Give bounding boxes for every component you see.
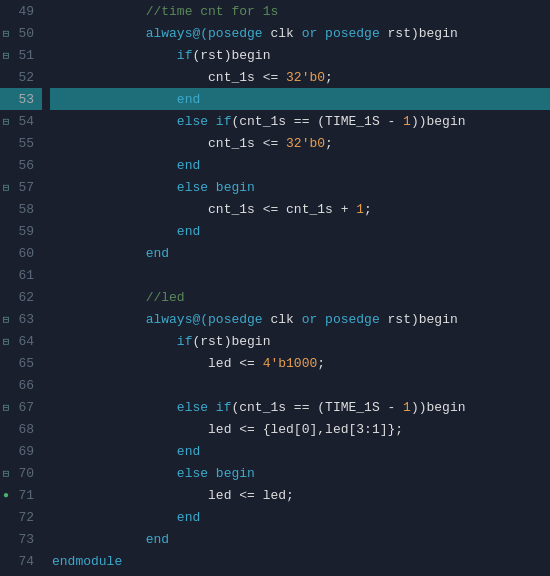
code-token: - [380, 400, 403, 415]
code-token: posedge [325, 26, 380, 41]
code-line: end [50, 506, 550, 528]
code-line: cnt_1s <= 32'b0; [50, 66, 550, 88]
code-token: ; [286, 488, 294, 503]
line-number: 64 [12, 334, 40, 349]
code-line: cnt_1s <= cnt_1s + 1; [50, 198, 550, 220]
code-token: ))begin [411, 114, 466, 129]
code-token: TIME_1S [325, 400, 380, 415]
fold-indicator [0, 242, 12, 264]
code-token: cnt_1s [208, 70, 255, 85]
fold-indicator [0, 550, 12, 572]
line-number: 61 [12, 268, 40, 283]
code-token: ; [317, 356, 325, 371]
code-token: if [177, 48, 193, 63]
code-line: always@(posedge clk or posedge rst)begin [50, 308, 550, 330]
fold-indicator[interactable]: ⊟ [0, 22, 12, 44]
fold-indicator[interactable]: ⊟ [0, 396, 12, 418]
code-token: else if [177, 114, 232, 129]
code-line: end [50, 528, 550, 550]
code-line: end [50, 88, 550, 110]
fold-indicator[interactable]: ⊟ [0, 308, 12, 330]
code-token: ; [325, 136, 333, 151]
gutter-row: ⊟70 [0, 462, 42, 484]
code-line [50, 264, 550, 286]
fold-indicator[interactable]: ⊟ [0, 44, 12, 66]
code-line: end [50, 220, 550, 242]
gutter-row: 66 [0, 374, 42, 396]
code-token [52, 92, 177, 107]
code-token: else begin [177, 466, 255, 481]
code-token [52, 246, 146, 261]
code-token [52, 48, 177, 63]
code-line: end [50, 154, 550, 176]
code-token: posedge [208, 26, 263, 41]
code-token: )begin [224, 334, 271, 349]
code-token: ( [192, 334, 200, 349]
code-token [52, 290, 146, 305]
code-line: //time cnt for 1s [50, 0, 550, 22]
code-token: rst [200, 334, 223, 349]
code-line: else if(cnt_1s == (TIME_1S - 1))begin [50, 396, 550, 418]
code-token: ; [325, 70, 333, 85]
code-token [52, 400, 177, 415]
code-token: ; [364, 202, 372, 217]
fold-indicator[interactable]: ⊟ [0, 462, 12, 484]
code-token: end [177, 158, 200, 173]
fold-indicator[interactable]: ⊟ [0, 176, 12, 198]
gutter-row: ⊟63 [0, 308, 42, 330]
code-token: , [317, 422, 325, 437]
gutter-row: ⊟54 [0, 110, 42, 132]
line-number: 58 [12, 202, 40, 217]
code-token [52, 312, 146, 327]
fold-indicator [0, 0, 12, 22]
fold-indicator[interactable]: ⊟ [0, 330, 12, 352]
code-token: 32'b0 [286, 70, 325, 85]
line-gutter: 49⊟50⊟515253⊟545556⊟575859606162⊟63⊟6465… [0, 0, 46, 576]
code-line: //led [50, 286, 550, 308]
code-token [52, 466, 177, 481]
code-line: led <= led; [50, 484, 550, 506]
code-token: end [146, 246, 169, 261]
code-line: end [50, 440, 550, 462]
line-number: 56 [12, 158, 40, 173]
code-token [52, 158, 177, 173]
gutter-row: ⊟64 [0, 330, 42, 352]
code-token [52, 4, 146, 19]
fold-indicator [0, 88, 12, 110]
code-token [52, 114, 177, 129]
code-token: clk [270, 26, 293, 41]
code-token: <= [231, 488, 262, 503]
code-token: clk [270, 312, 293, 327]
code-token: or [302, 312, 318, 327]
fold-indicator[interactable]: ⊟ [0, 110, 12, 132]
gutter-row: 73 [0, 528, 42, 550]
code-token [52, 180, 177, 195]
code-line: cnt_1s <= 32'b0; [50, 132, 550, 154]
code-token [52, 224, 177, 239]
code-token: led [208, 356, 231, 371]
code-token [52, 26, 146, 41]
code-token: //led [146, 290, 185, 305]
code-token: cnt_1s [239, 114, 286, 129]
code-token: TIME_1S [325, 114, 380, 129]
fold-indicator [0, 220, 12, 242]
code-token [317, 26, 325, 41]
code-token: or [302, 26, 318, 41]
code-token: == ( [286, 114, 325, 129]
line-number: 54 [12, 114, 40, 129]
fold-indicator [0, 374, 12, 396]
gutter-row: 55 [0, 132, 42, 154]
fold-indicator [0, 264, 12, 286]
code-token: 1 [403, 400, 411, 415]
code-token [380, 26, 388, 41]
fold-indicator [0, 66, 12, 88]
code-token: )begin [411, 312, 458, 327]
gutter-row: 72 [0, 506, 42, 528]
code-token: end [146, 532, 169, 547]
gutter-row: 56 [0, 154, 42, 176]
code-token: <= { [231, 422, 270, 437]
line-number: 49 [12, 4, 40, 19]
line-number: 53 [12, 92, 40, 107]
gutter-row: 59 [0, 220, 42, 242]
code-line: if(rst)begin [50, 44, 550, 66]
